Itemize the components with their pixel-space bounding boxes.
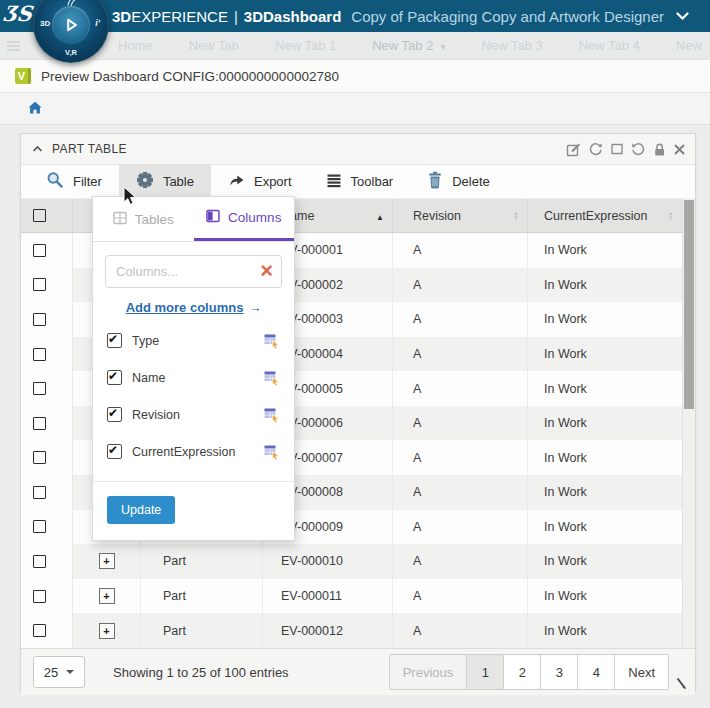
row-checkbox[interactable] <box>33 313 46 326</box>
compass-3d-label: 3D <box>40 19 50 28</box>
edit-icon[interactable] <box>566 142 581 157</box>
sort-ascending-icon[interactable] <box>376 209 384 223</box>
export-button[interactable]: Export <box>211 165 309 198</box>
cell-type: Part <box>141 613 263 648</box>
row-checkbox[interactable] <box>33 555 46 568</box>
select-all-header <box>21 199 73 232</box>
row-checkbox[interactable] <box>33 278 46 291</box>
clear-icon[interactable] <box>260 259 273 283</box>
filter-button[interactable]: Filter <box>29 165 119 198</box>
expand-plus-icon[interactable] <box>99 623 115 639</box>
row-checkbox[interactable] <box>33 486 46 499</box>
tab-home[interactable]: Home <box>118 38 153 53</box>
cell-revision: A <box>393 302 528 337</box>
column-pin-icon[interactable] <box>264 370 280 386</box>
tab-new[interactable]: New <box>676 38 702 53</box>
row-select-cell <box>21 371 73 406</box>
home-icon[interactable] <box>28 100 42 118</box>
refresh-icon[interactable] <box>588 142 603 157</box>
column-option-label: Type <box>132 334 159 348</box>
row-select-cell <box>21 544 73 579</box>
filter-label: Filter <box>73 174 102 189</box>
tab-new-tab-4[interactable]: New Tab 4 <box>579 38 640 53</box>
delete-button[interactable]: Delete <box>410 165 507 198</box>
widget-title: PART TABLE <box>52 142 127 156</box>
page-button-1[interactable]: 1 <box>467 654 504 690</box>
cell-currentexpression: In Work <box>528 510 695 545</box>
cell-type: Part <box>141 544 263 579</box>
page-button-next[interactable]: Next <box>615 654 669 690</box>
tables-grid-icon <box>113 211 127 228</box>
dassault-3ds-logo-icon[interactable]: ƷS <box>2 1 34 26</box>
page-size-dropdown[interactable]: 25 <box>33 656 85 688</box>
scrollbar-thumb[interactable] <box>684 200 694 409</box>
checkbox-checked-icon[interactable] <box>107 333 122 348</box>
page-button-2[interactable]: 2 <box>504 654 541 690</box>
row-checkbox[interactable] <box>33 624 46 637</box>
row-select-cell <box>21 475 73 510</box>
compass-play-icon[interactable] <box>52 6 90 44</box>
row-checkbox[interactable] <box>33 451 46 464</box>
row-select-cell <box>21 579 73 614</box>
checkbox-checked-icon[interactable] <box>107 444 122 459</box>
row-checkbox[interactable] <box>33 348 46 361</box>
screen: ƷS 3DEXPERIENCE | 3DDashboard Copy of Pa… <box>0 0 710 708</box>
row-select-cell <box>21 440 73 475</box>
column-option-revision: Revision <box>93 396 294 433</box>
row-checkbox[interactable] <box>33 382 46 395</box>
tab-new-tab-2[interactable]: New Tab 2 <box>372 38 445 53</box>
update-button[interactable]: Update <box>107 496 175 524</box>
column-pin-icon[interactable] <box>264 407 280 423</box>
add-more-columns-link[interactable]: Add more columns <box>93 300 294 315</box>
sort-icon[interactable] <box>513 211 519 221</box>
row-checkbox[interactable] <box>33 417 46 430</box>
app-v-icon: V <box>15 68 31 84</box>
column-option-currentexpression: CurrentExpression <box>93 433 294 470</box>
collapse-chevron-icon[interactable] <box>32 145 43 153</box>
columns-search-input[interactable] <box>105 255 282 288</box>
expand-plus-icon[interactable] <box>99 588 115 604</box>
tab-tables[interactable]: Tables <box>93 197 194 241</box>
cell-name: EV-000010 <box>263 544 393 579</box>
tab-new-tab[interactable]: New Tab <box>189 38 239 53</box>
divider <box>93 481 294 482</box>
column-header-revision[interactable]: Revision <box>393 199 528 232</box>
tab-new-tab-3[interactable]: New Tab 3 <box>481 38 542 53</box>
expand-plus-icon[interactable] <box>99 553 115 569</box>
brand-divider: | <box>234 8 238 25</box>
page-button-previous[interactable]: Previous <box>389 654 468 690</box>
lock-icon[interactable] <box>653 142 666 157</box>
tab-columns[interactable]: Columns <box>194 197 295 241</box>
menu-icon[interactable] <box>7 41 20 51</box>
checkbox-checked-icon[interactable] <box>107 370 122 385</box>
column-pin-icon[interactable] <box>264 333 280 349</box>
row-checkbox[interactable] <box>33 520 46 533</box>
showing-entries-text: Showing 1 to 25 of 100 entries <box>113 665 289 680</box>
row-checkbox[interactable] <box>33 244 46 257</box>
close-icon[interactable] <box>673 143 686 156</box>
row-checkbox[interactable] <box>33 590 46 603</box>
sort-icon[interactable] <box>668 211 674 221</box>
tab-new-tab-1[interactable]: New Tab 1 <box>275 38 336 53</box>
column-pin-icon[interactable] <box>264 444 280 460</box>
3dexperience-compass-logo[interactable]: 3D i' V,R <box>33 0 109 63</box>
dashboard-title[interactable]: Copy of Packaging Copy and Artwork Desig… <box>351 8 664 25</box>
widget-header-actions <box>566 142 686 157</box>
chevron-down-icon <box>433 38 445 53</box>
undo-icon[interactable] <box>631 142 646 157</box>
toolbar-button[interactable]: Toolbar <box>309 165 411 198</box>
chevron-down-icon[interactable] <box>676 12 689 21</box>
cell-revision: A <box>393 233 528 268</box>
column-option-label: Name <box>132 371 165 385</box>
cell-revision: A <box>393 406 528 441</box>
checkbox-checked-icon[interactable] <box>107 407 122 422</box>
maximize-icon[interactable] <box>610 142 624 156</box>
column-header-currentexpression[interactable]: CurrentExpression <box>528 199 682 232</box>
select-all-checkbox[interactable] <box>33 209 46 222</box>
vertical-scrollbar[interactable] <box>682 199 695 648</box>
brand-3d: 3D <box>112 8 131 25</box>
page-button-3[interactable]: 3 <box>541 654 578 690</box>
preview-title: Preview Dashboard CONFIG:000000000000278… <box>41 69 339 84</box>
resize-handle-icon[interactable] <box>674 675 688 694</box>
page-button-4[interactable]: 4 <box>578 654 615 690</box>
